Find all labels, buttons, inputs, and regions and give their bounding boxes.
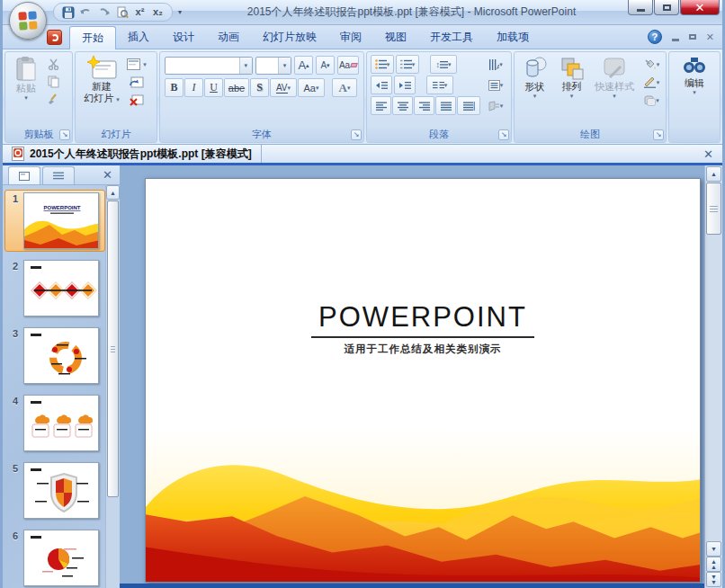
tab-home[interactable]: 开始 [69, 26, 116, 49]
slide-layout-button[interactable]: ▾ [125, 57, 148, 72]
grow-font-button[interactable]: A▴ [294, 56, 313, 75]
main-scrollbar[interactable]: ▲ ▼ ▲▲ ▼▼ [704, 165, 722, 588]
close-button[interactable]: ✕ [680, 0, 720, 15]
slide-title-box[interactable]: POWERPOINT 适用于工作总结及相关类别演示 [146, 301, 700, 356]
doc-restore-button[interactable] [689, 31, 696, 43]
editing-button[interactable]: 编辑▾ [683, 54, 706, 125]
close-panel-icon[interactable]: ✕ [103, 168, 112, 182]
slide-thumbnail-4[interactable]: 4 [4, 392, 105, 454]
font-name-combobox[interactable]: ▾ [165, 57, 253, 75]
tab-developer[interactable]: 开发工具 [418, 26, 485, 49]
arrange-icon [559, 56, 585, 81]
format-painter-button[interactable] [44, 92, 62, 108]
italic-button[interactable]: I [184, 78, 203, 97]
change-case-button[interactable]: Aa▾ [298, 78, 325, 97]
shape-fill-button[interactable]: ▾ [640, 57, 663, 72]
decrease-indent-button[interactable] [371, 76, 392, 94]
font-color-button[interactable]: A▾ [332, 78, 357, 97]
shape-effects-button[interactable]: ▾ [640, 93, 663, 108]
convert-smartart-button[interactable]: ▾ [484, 98, 507, 114]
strikethrough-button[interactable]: abe [224, 78, 249, 97]
document-tab[interactable]: 2015个人年终述职报告ppt模板.ppt [兼容模式] [3, 145, 262, 163]
panel-scrollbar[interactable]: ▲ [105, 185, 120, 588]
close-document-icon[interactable]: ✕ [703, 147, 713, 161]
shapes-button[interactable]: 形状▾ [517, 54, 552, 125]
shape-outline-button[interactable]: ▾ [640, 75, 663, 90]
shrink-font-button[interactable]: A▾ [316, 56, 335, 75]
help-button[interactable]: ? [648, 30, 662, 44]
previous-slide-button[interactable]: ▲▲ [706, 557, 721, 572]
office-button[interactable] [9, 2, 47, 40]
delete-slide-button[interactable] [125, 93, 148, 108]
align-center-button[interactable] [392, 96, 413, 115]
align-text-button[interactable]: ▾ [484, 77, 507, 94]
quick-access-toolbar: x² x₂ [53, 3, 173, 22]
panel-scrollbar-thumb[interactable] [107, 200, 119, 497]
slide-thumbnail-6[interactable]: 6 [4, 527, 105, 588]
underline-button[interactable]: U [204, 78, 223, 97]
tab-addins[interactable]: 加载项 [485, 26, 541, 49]
thumb-2-graphic [24, 261, 99, 316]
tab-insert[interactable]: 插入 [116, 26, 161, 49]
current-slide[interactable]: POWERPOINT 适用于工作总结及相关类别演示 [145, 178, 701, 583]
save-button[interactable] [60, 4, 76, 20]
slide-subtitle[interactable]: 适用于工作总结及相关类别演示 [146, 343, 700, 356]
slides-view-icon [19, 172, 30, 181]
undo-button[interactable] [78, 4, 94, 20]
redo-button[interactable] [96, 4, 112, 20]
align-left-button[interactable] [371, 96, 391, 115]
arrange-button[interactable]: 排列▾ [554, 54, 589, 125]
print-preview-button[interactable] [114, 4, 130, 20]
text-direction-button[interactable]: A ▾ [484, 57, 507, 73]
cut-button[interactable] [44, 56, 62, 72]
line-spacing-button[interactable]: ↕ ▾ [430, 55, 457, 74]
font-size-combobox[interactable]: ▾ [255, 57, 291, 75]
minimize-button[interactable] [628, 0, 653, 15]
slide-thumbnail-1[interactable]: 1 POWERPOINT [4, 190, 105, 252]
tab-slideshow[interactable]: 幻灯片放映 [251, 26, 328, 49]
paragraph-dialog-launcher[interactable]: ↘ [498, 129, 509, 140]
next-slide-button[interactable]: ▼▼ [706, 572, 721, 587]
clear-formatting-button[interactable]: Aa [337, 56, 359, 75]
tab-design[interactable]: 设计 [161, 26, 206, 49]
tab-slides-view[interactable] [8, 166, 40, 184]
subscript-button[interactable]: x₂ [150, 4, 166, 20]
quick-styles-button[interactable]: 快速样式▾ [591, 54, 638, 125]
tab-review[interactable]: 审阅 [328, 26, 373, 49]
bold-button[interactable]: B [165, 78, 183, 97]
paste-button[interactable]: 粘贴 ▾ [8, 54, 44, 125]
columns-button[interactable]: ▾ [426, 76, 453, 94]
character-spacing-button[interactable]: AV▾ [270, 78, 297, 97]
increase-indent-button[interactable] [394, 76, 416, 94]
new-slide-button[interactable]: 新建 幻灯片 ▾ [78, 54, 125, 125]
doc-close-button[interactable]: ✕ [706, 31, 714, 43]
align-right-button[interactable] [414, 96, 434, 115]
scroll-down-button[interactable]: ▼ [706, 541, 721, 557]
tab-animations[interactable]: 动画 [206, 26, 251, 49]
clipboard-dialog-launcher[interactable]: ↘ [59, 129, 70, 140]
tab-view[interactable]: 视图 [373, 26, 418, 49]
slide-title[interactable]: POWERPOINT [311, 301, 534, 338]
slide-thumbnail-2[interactable]: 2 [4, 257, 105, 319]
text-shadow-button[interactable]: S [250, 78, 269, 97]
chevron-down-icon: ▾ [278, 58, 291, 74]
tab-outline-view[interactable] [42, 166, 75, 184]
print-preview-icon [116, 6, 129, 19]
panel-scroll-up-icon[interactable]: ▲ [106, 185, 120, 200]
scroll-up-button[interactable]: ▲ [706, 166, 721, 182]
slide-thumbnail-3[interactable]: 3 [4, 325, 105, 387]
copy-button[interactable] [44, 74, 62, 90]
doc-minimize-button[interactable] [672, 31, 679, 43]
superscript-button[interactable]: x² [132, 4, 148, 20]
justify-button[interactable] [435, 96, 456, 115]
drawing-dialog-launcher[interactable]: ↘ [653, 129, 664, 140]
maximize-button[interactable] [654, 0, 679, 15]
reset-slide-button[interactable] [125, 75, 148, 90]
slide-thumbnail-5[interactable]: 5 [4, 459, 105, 521]
numbering-button[interactable]: ▾ [396, 55, 419, 74]
scrollbar-thumb[interactable] [706, 183, 721, 235]
font-dialog-launcher[interactable]: ↘ [351, 129, 362, 140]
distribute-button[interactable] [457, 96, 480, 115]
redo-icon [97, 6, 111, 18]
bullets-button[interactable]: ▾ [371, 55, 394, 74]
